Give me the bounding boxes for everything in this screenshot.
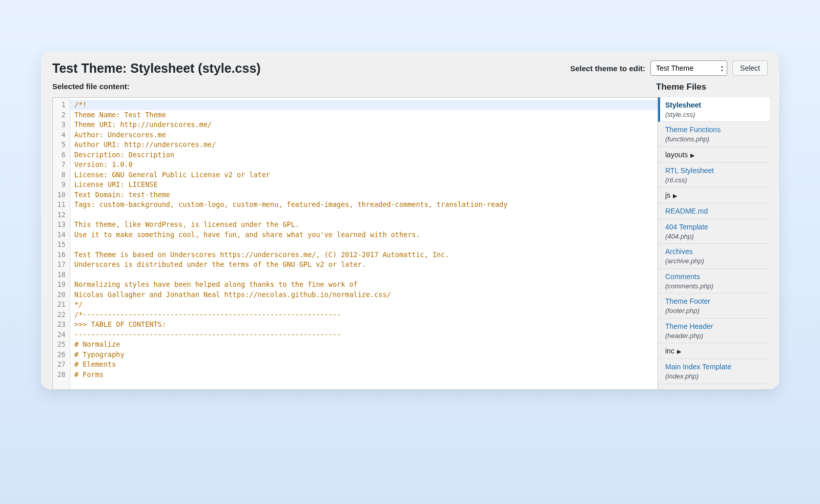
folder-item[interactable]: layouts▶ (658, 147, 770, 163)
file-item[interactable]: Main Index Template(index.php) (658, 359, 770, 384)
code-line[interactable]: */ (74, 300, 653, 310)
theme-dropdown[interactable]: Test Theme ▲▼ (650, 60, 727, 76)
line-number: 27 (55, 360, 66, 370)
code-line[interactable]: Author: Underscores.me (74, 130, 653, 140)
file-desc: (index.php) (665, 372, 764, 381)
code-line[interactable]: Normalizing styles have been helped alon… (74, 280, 653, 290)
line-number: 8 (55, 170, 66, 180)
line-number: 9 (55, 180, 66, 190)
code-line[interactable]: Theme Name: Test Theme (74, 110, 653, 120)
code-line[interactable]: >>> TABLE OF CONTENTS: (74, 320, 653, 330)
page-title: Test Theme: Stylesheet (style.css) (52, 61, 261, 76)
theme-selector: Select theme to edit: Test Theme ▲▼ Sele… (570, 60, 768, 76)
code-line[interactable]: /*! (70, 100, 658, 110)
code-content[interactable]: /*!Theme Name: Test ThemeTheme URI: http… (70, 98, 658, 389)
line-number: 19 (55, 280, 66, 290)
file-name: Theme Header (665, 322, 764, 331)
line-number: 28 (55, 370, 66, 380)
file-desc: (comments.php) (665, 282, 764, 291)
folder-item[interactable]: inc▶ (658, 343, 770, 359)
code-line[interactable]: Description: Description (74, 150, 653, 160)
file-desc: (footer.php) (665, 306, 764, 316)
code-line[interactable]: Version: 1.0.0 (74, 160, 653, 170)
code-line[interactable] (74, 210, 653, 220)
file-list[interactable]: Stylesheet(style.css)Theme Functions(fun… (658, 97, 770, 389)
code-line[interactable]: # Typography (74, 350, 653, 360)
file-name: README.md (665, 206, 764, 216)
code-line[interactable]: # Elements (74, 360, 653, 370)
line-number: 10 (55, 190, 66, 200)
file-item[interactable]: Archives(archive.php) (658, 244, 770, 268)
select-button[interactable]: Select (732, 60, 768, 76)
code-line[interactable]: # Normalize (74, 340, 653, 350)
line-number: 7 (55, 160, 66, 170)
code-line[interactable] (74, 240, 653, 250)
line-number: 6 (55, 150, 66, 160)
line-number: 16 (55, 250, 66, 260)
file-item[interactable]: README.md (658, 203, 770, 219)
code-line[interactable]: Tags: custom-background, custom-logo, cu… (74, 200, 653, 210)
file-desc: (rtl.css) (665, 176, 764, 185)
file-name: Comments (665, 272, 764, 282)
line-number: 4 (55, 130, 66, 140)
file-desc: (style.css) (665, 110, 764, 119)
content-row: 1234567891011121314151617181920212223242… (41, 97, 779, 389)
chevron-right-icon: ▶ (677, 348, 681, 354)
line-number: 23 (55, 320, 66, 330)
code-line[interactable]: Text Domain: test-theme (74, 190, 653, 200)
file-desc: (404.php) (665, 232, 764, 241)
code-line[interactable]: # Forms (74, 370, 653, 380)
file-desc: (archive.php) (665, 257, 764, 266)
code-line[interactable]: Author URI: http://underscores.me/ (74, 140, 653, 150)
theme-select-label: Select theme to edit: (570, 64, 645, 73)
file-desc: (header.php) (665, 331, 764, 341)
line-number: 20 (55, 290, 66, 300)
file-item[interactable]: Theme Functions(functions.php) (658, 122, 770, 146)
file-item[interactable]: Comments(comments.php) (658, 269, 770, 293)
file-name: inc▶ (665, 346, 764, 356)
file-desc: (functions.php) (665, 135, 764, 144)
file-name: 404 Template (665, 222, 764, 232)
line-number: 2 (55, 110, 66, 120)
line-number: 14 (55, 230, 66, 240)
line-number: 15 (55, 240, 66, 250)
file-name: layouts▶ (665, 150, 764, 160)
line-number: 18 (55, 270, 66, 280)
code-line[interactable]: /*--------------------------------------… (74, 310, 653, 320)
line-number: 17 (55, 260, 66, 270)
file-item[interactable]: Stylesheet(style.css) (658, 97, 770, 122)
code-line[interactable]: Nicolas Gallagher and Jonathan Neal http… (74, 290, 653, 300)
line-number: 5 (55, 140, 66, 150)
code-line[interactable] (74, 270, 653, 280)
file-item[interactable]: Theme Header(header.php) (658, 319, 770, 343)
subheader-row: Selected file content: Theme Files (41, 80, 779, 97)
code-line[interactable]: Theme URI: http://underscores.me/ (74, 120, 653, 130)
code-line[interactable]: This theme, like WordPress, is licensed … (74, 220, 653, 230)
selected-file-label: Selected file content: (52, 82, 130, 92)
file-item[interactable]: RTL Stylesheet(rtl.css) (658, 163, 770, 187)
chevron-right-icon: ▶ (673, 193, 677, 199)
folder-item[interactable]: js▶ (658, 187, 770, 203)
file-item[interactable]: Theme Footer(footer.php) (658, 293, 770, 318)
code-line[interactable]: Use it to make something cool, have fun,… (74, 230, 653, 240)
file-name: Archives (665, 247, 764, 257)
header-row: Test Theme: Stylesheet (style.css) Selec… (41, 51, 779, 80)
line-number: 24 (55, 330, 66, 340)
line-number: 11 (55, 200, 66, 210)
file-item[interactable]: 404 Template(404.php) (658, 219, 770, 244)
code-line[interactable]: Test Theme is based on Underscores https… (74, 250, 653, 260)
code-line[interactable]: ----------------------------------------… (74, 330, 653, 340)
theme-editor-panel: Test Theme: Stylesheet (style.css) Selec… (41, 51, 779, 389)
line-number: 1 (55, 100, 66, 110)
code-line[interactable]: Underscores is distributed under the ter… (74, 260, 653, 270)
file-name: Theme Functions (665, 125, 764, 135)
code-line[interactable]: License: GNU General Public License v2 o… (74, 170, 653, 180)
line-number: 25 (55, 340, 66, 350)
code-line[interactable]: License URI: LICENSE (74, 180, 653, 190)
chevron-updown-icon: ▲▼ (720, 65, 724, 72)
line-number: 26 (55, 350, 66, 360)
file-name: Stylesheet (665, 100, 764, 110)
theme-dropdown-value: Test Theme (656, 64, 693, 72)
editor-scroll[interactable]: 1234567891011121314151617181920212223242… (53, 98, 658, 389)
code-editor[interactable]: 1234567891011121314151617181920212223242… (52, 97, 658, 389)
